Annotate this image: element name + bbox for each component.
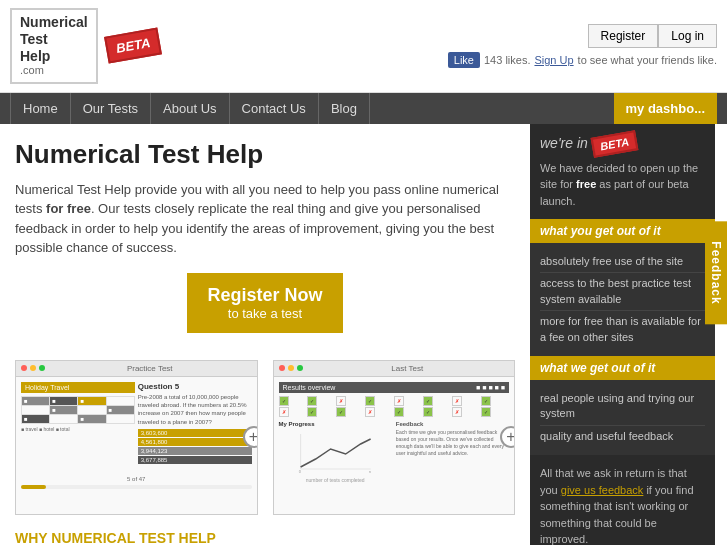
ss1-opt3: 3,944,123	[138, 447, 252, 455]
ss2-cell: ✓	[279, 396, 289, 406]
ss2-feedback-text: Each time we give you personalised feedb…	[396, 429, 509, 457]
sidebar-you-item-3: more for free than is available for a fe…	[540, 311, 705, 348]
sidebar-what-you-label: what	[540, 224, 571, 238]
ss2-cell: ✓	[481, 407, 491, 417]
ss1-q-body: Pre-2008 a total of 10,000,000 people tr…	[138, 393, 252, 427]
ss1-options: 3,603,600 4,561,800 3,944,123 3,677,885	[138, 429, 252, 464]
screenshot-practice: Practice Test Holiday Travel ■■■ ■■ ■■ ■…	[15, 360, 258, 515]
ss1-dot-yellow	[30, 365, 36, 371]
nav-home[interactable]: Home	[10, 93, 71, 124]
sidebar-bottom-text: All that we ask in return is that you gi…	[540, 465, 705, 545]
ss1-progress-fill	[21, 485, 46, 489]
logo: Numerical Test Help .com	[10, 8, 98, 84]
ss2-header-text: Results overview	[283, 384, 336, 391]
sidebar-we-em: we	[571, 361, 587, 375]
nav: Home Our Tests About Us Contact Us Blog …	[0, 93, 727, 124]
ss2-cell: ✗	[452, 396, 462, 406]
ss2-cell: ✓	[423, 407, 433, 417]
sidebar-we-in-text: we're in	[540, 135, 588, 151]
nav-contact[interactable]: Contact Us	[230, 93, 319, 124]
header-right: Register Log in Like 143 likes. Sign Up …	[448, 24, 717, 68]
logo-com: .com	[20, 64, 88, 77]
register-now-button[interactable]: Register Now to take a test	[187, 273, 342, 333]
why-title: WHY NUMERICAL TEST HELP	[15, 530, 515, 545]
sidebar-top: we're in BETA We have decided to open up…	[530, 124, 715, 220]
ss1-title: Practice Test	[48, 364, 252, 373]
ss2-lt-header: Results overview ■ ■ ■ ■ ■	[279, 382, 510, 393]
ss1-dot-green	[39, 365, 45, 371]
ss1-q-title: Question 5	[138, 382, 252, 391]
sidebar-we-item-2: quality and useful feedback	[540, 426, 705, 447]
ss2-cell: ✓	[365, 396, 375, 406]
sidebar-free: free	[576, 178, 596, 190]
intro-text: Numerical Test Help provide you with all…	[15, 180, 515, 258]
ss2-dot-red	[279, 365, 285, 371]
ss1-opt2: 4,561,800	[138, 438, 252, 446]
svg-text:n: n	[368, 469, 370, 474]
sidebar-you-title: what you get out of it	[530, 219, 715, 243]
ss2-axis-label: number of tests completed	[279, 477, 392, 483]
feedback-tab[interactable]: Feedback	[705, 221, 727, 324]
main: Numerical Test Help Numerical Test Help …	[0, 124, 727, 545]
register-button[interactable]: Register	[588, 24, 659, 48]
nav-about[interactable]: About Us	[151, 93, 229, 124]
screenshot-lasttest: Last Test Results overview ■ ■ ■ ■ ■ ✓ ✓…	[273, 360, 516, 515]
sidebar-we-title: what we get out of it	[530, 356, 715, 380]
sidebar-we-rest: get out of it	[587, 361, 656, 375]
ss1-pt-header: Holiday Travel	[21, 382, 135, 393]
ss2-expand-icon[interactable]: +	[500, 426, 515, 448]
ss2-chart: My Progress 0 n number of tests complete…	[279, 421, 392, 483]
ss1-opt1: 3,603,600	[138, 429, 252, 437]
intro-text-strong: for free	[46, 201, 91, 216]
ss2-cell: ✗	[394, 396, 404, 406]
ss2-cell: ✗	[452, 407, 462, 417]
ss2-dot-yellow	[288, 365, 294, 371]
ss2-feedback-label: Feedback	[396, 421, 509, 427]
login-button[interactable]: Log in	[658, 24, 717, 48]
content: Numerical Test Help Numerical Test Help …	[0, 124, 530, 545]
sidebar-you-item-2: access to the best practice test system …	[540, 273, 705, 311]
sidebar-you-item-1: absolutely free use of the site	[540, 251, 705, 273]
ss1-expand-icon[interactable]: +	[243, 426, 258, 448]
ss2-tabs: ■ ■ ■ ■ ■	[476, 384, 505, 391]
ss2-cell: ✗	[336, 396, 346, 406]
sidebar-feedback-link[interactable]: give us feedback	[561, 484, 644, 496]
sidebar-we-item-1: real people using and trying our system	[540, 388, 705, 426]
logo-line3: Help	[20, 48, 88, 65]
ss1-progress-text: 5 of 47	[127, 476, 145, 482]
nav-blog[interactable]: Blog	[319, 93, 370, 124]
fb-signup-link[interactable]: Sign Up	[534, 54, 573, 66]
header: Numerical Test Help .com BETA Register L…	[0, 0, 727, 93]
sidebar-what-we-label: what	[540, 361, 571, 375]
sidebar-bottom: All that we ask in return is that you gi…	[530, 455, 715, 545]
ss2-cell: ✓	[336, 407, 346, 417]
sidebar-you-rest: get out of it	[592, 224, 661, 238]
fb-count: 143 likes.	[484, 54, 530, 66]
ss1-body: Holiday Travel ■■■ ■■ ■■ ■ travel ■ hote…	[16, 377, 257, 495]
fb-like-icon[interactable]: Like	[448, 52, 480, 68]
ss2-cell: ✓	[423, 396, 433, 406]
register-sub-text: to take a test	[207, 306, 322, 321]
register-main-text: Register Now	[207, 285, 322, 306]
ss1-table: ■■■ ■■ ■■	[21, 396, 135, 424]
sidebar-beta-badge: BETA	[590, 130, 638, 158]
nav-right: my dashbo...	[614, 101, 717, 116]
ss2-body: Results overview ■ ■ ■ ■ ■ ✓ ✓ ✗ ✓ ✗ ✓ ✗…	[274, 377, 515, 488]
fb-like-area: Like 143 likes. Sign Up to see what your…	[448, 52, 717, 68]
ss2-cell: ✓	[307, 407, 317, 417]
ss2-myprogress-label: My Progress	[279, 421, 392, 427]
nav-tests[interactable]: Our Tests	[71, 93, 151, 124]
ss1-progressbar	[21, 485, 252, 489]
ss2-cell: ✓	[307, 396, 317, 406]
ss2-header: Last Test	[274, 361, 515, 377]
svg-text:0: 0	[298, 469, 301, 474]
ss2-cell: ✓	[394, 407, 404, 417]
ss1-footer: 5 of 47	[21, 469, 252, 489]
my-dashboard-link[interactable]: my dashbo...	[614, 93, 717, 124]
ss2-dot-green	[297, 365, 303, 371]
ss1-header: Practice Test	[16, 361, 257, 377]
ss2-cell: ✗	[365, 407, 375, 417]
ss2-cell: ✗	[279, 407, 289, 417]
fb-text: to see what your friends like.	[578, 54, 717, 66]
sidebar-we-in: we're in BETA	[540, 134, 705, 154]
